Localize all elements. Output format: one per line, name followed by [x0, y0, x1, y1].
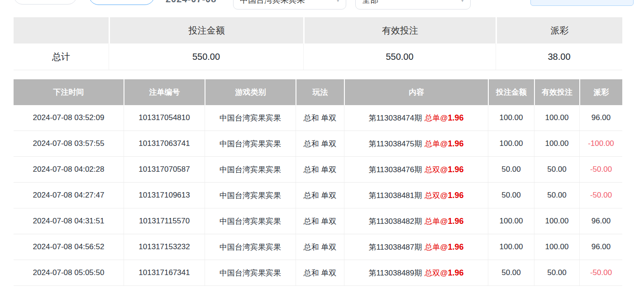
content-cell: 第113038481期总双@1.96	[344, 183, 488, 208]
bet-amount-cell: 50.00	[488, 183, 534, 208]
col-header-order-no: 注单编号	[124, 79, 205, 105]
bet-time-cell: 2024-07-08 03:52:09	[14, 105, 124, 130]
bet-amount-cell: 100.00	[488, 105, 534, 130]
tab-settled-bets[interactable]: 已结算注单	[89, 0, 155, 5]
period-label: 第113038476期	[368, 164, 422, 175]
valid-bet-cell: 100.00	[534, 131, 579, 156]
odds-value: 1.96	[448, 139, 464, 149]
order-no-cell: 101317054810	[124, 105, 205, 130]
play-cell: 总和 单双	[296, 208, 344, 234]
table-row: 2024-07-08 05:05:50 101317167341 中国台湾宾果宾…	[14, 260, 622, 286]
col-header-content: 内容	[344, 79, 488, 105]
payout-cell: 96.00	[579, 208, 622, 234]
content-cell: 第113038476期总双@1.96	[344, 157, 488, 182]
summary-total-payout: 38.00	[496, 44, 622, 70]
bet-amount-cell: 50.00	[488, 260, 534, 285]
valid-bet-cell: 100.00	[534, 208, 579, 234]
pick-label: 总单@	[425, 139, 448, 149]
summary-header-valid: 有效投注	[303, 17, 496, 44]
play-cell: 总和 单双	[296, 157, 344, 182]
status-filter-value: 全部	[362, 0, 378, 5]
col-header-valid-bet: 有效投注	[534, 79, 579, 105]
valid-bet-cell: 50.00	[534, 260, 579, 285]
chevron-down-icon: ▾	[336, 0, 339, 4]
summary-total-valid: 550.00	[303, 44, 496, 70]
game-type-cell: 中国台湾宾果宾果	[205, 234, 296, 260]
summary-header-payout: 派彩	[496, 17, 622, 44]
period-label: 第113038475期	[368, 139, 422, 149]
tab-unsettled-bets[interactable]: 未结算注单	[14, 0, 77, 5]
table-row: 2024-07-08 04:56:52 101317153232 中国台湾宾果宾…	[14, 234, 622, 260]
toolbar-action-button[interactable]	[530, 0, 634, 6]
table-row: 2024-07-08 04:02:28 101317070587 中国台湾宾果宾…	[14, 157, 622, 183]
pick-label: 总双@	[425, 164, 448, 175]
status-filter-select[interactable]: 全部 ▾	[355, 0, 471, 10]
period-label: 第113038482期	[368, 216, 422, 227]
content-cell: 第113038487期总单@1.96	[344, 234, 488, 260]
odds-value: 1.96	[448, 268, 464, 278]
game-filter-select[interactable]: 中国台湾宾果宾果 ▾	[233, 0, 346, 10]
order-no-cell: 101317167341	[124, 260, 205, 285]
valid-bet-cell: 100.00	[534, 234, 579, 260]
odds-value: 1.96	[448, 113, 464, 123]
payout-cell: -50.00	[579, 183, 622, 208]
table-row: 2024-07-08 04:27:47 101317109613 中国台湾宾果宾…	[14, 183, 622, 208]
valid-bet-cell: 50.00	[534, 157, 579, 182]
payout-cell: 96.00	[579, 234, 622, 260]
summary-header-bet: 投注金额	[109, 17, 303, 44]
order-no-cell: 101317109613	[124, 183, 205, 208]
bet-amount-cell: 100.00	[488, 131, 534, 156]
bet-time-cell: 2024-07-08 04:56:52	[14, 234, 124, 260]
payout-cell: 96.00	[579, 105, 622, 130]
odds-value: 1.96	[448, 191, 464, 200]
game-filter-value: 中国台湾宾果宾果	[240, 0, 305, 5]
records-header-row: 下注时间 注单编号 游戏类别 玩法 内容 投注金额 有效投注 派彩	[14, 79, 622, 105]
valid-bet-cell: 50.00	[534, 183, 579, 208]
pick-label: 总单@	[425, 242, 448, 252]
pick-label: 总单@	[425, 113, 448, 123]
game-type-cell: 中国台湾宾果宾果	[205, 157, 296, 182]
date-label[interactable]: 2024-07-08	[166, 0, 216, 5]
bet-time-cell: 2024-07-08 04:02:28	[14, 157, 124, 182]
period-label: 第113038481期	[368, 190, 422, 201]
summary-table: 投注金额 有效投注 派彩 总计 550.00 550.00 38.00	[14, 17, 622, 70]
play-cell: 总和 单双	[296, 105, 344, 130]
order-no-cell: 101317153232	[124, 234, 205, 260]
content-cell: 第113038474期总单@1.96	[344, 105, 488, 130]
period-label: 第113038474期	[368, 113, 422, 123]
table-row: 2024-07-08 03:52:09 101317054810 中国台湾宾果宾…	[14, 105, 622, 131]
bet-amount-cell: 100.00	[488, 208, 534, 234]
bet-amount-cell: 100.00	[488, 234, 534, 260]
col-header-bet-time: 下注时间	[14, 79, 124, 105]
summary-total-bet: 550.00	[109, 44, 303, 70]
order-no-cell: 101317063741	[124, 131, 205, 156]
content-cell: 第113038475期总单@1.96	[344, 131, 488, 156]
col-header-game-type: 游戏类别	[205, 79, 296, 105]
odds-value: 1.96	[448, 165, 464, 174]
payout-cell: -50.00	[579, 157, 622, 182]
game-type-cell: 中国台湾宾果宾果	[205, 260, 296, 285]
play-cell: 总和 单双	[296, 183, 344, 208]
pick-label: 总双@	[425, 268, 448, 278]
pick-label: 总双@	[425, 190, 448, 201]
content-cell: 第113038482期总单@1.96	[344, 208, 488, 234]
table-row: 2024-07-08 03:57:55 101317063741 中国台湾宾果宾…	[14, 131, 622, 157]
filter-toolbar: 未结算注单 已结算注单 2024-07-08 中国台湾宾果宾果 ▾ 全部 ▾	[0, 0, 644, 13]
game-type-cell: 中国台湾宾果宾果	[205, 105, 296, 130]
chevron-down-icon: ▾	[461, 0, 464, 4]
payout-cell: -50.00	[579, 260, 622, 285]
period-label: 第113038487期	[368, 242, 422, 252]
table-row: 2024-07-08 04:31:51 101317115570 中国台湾宾果宾…	[14, 208, 622, 234]
bet-records-table: 下注时间 注单编号 游戏类别 玩法 内容 投注金额 有效投注 派彩 2024-0…	[14, 79, 622, 286]
odds-value: 1.96	[448, 217, 464, 226]
play-cell: 总和 单双	[296, 131, 344, 156]
content-cell: 第113038489期总双@1.96	[344, 260, 488, 285]
period-label: 第113038489期	[368, 268, 422, 278]
col-header-payout: 派彩	[579, 79, 622, 105]
valid-bet-cell: 100.00	[534, 105, 579, 130]
bet-time-cell: 2024-07-08 03:57:55	[14, 131, 124, 156]
play-cell: 总和 单双	[296, 234, 344, 260]
bet-time-cell: 2024-07-08 05:05:50	[14, 260, 124, 285]
payout-cell: -100.00	[579, 131, 622, 156]
summary-total-row: 总计 550.00 550.00 38.00	[14, 44, 622, 70]
